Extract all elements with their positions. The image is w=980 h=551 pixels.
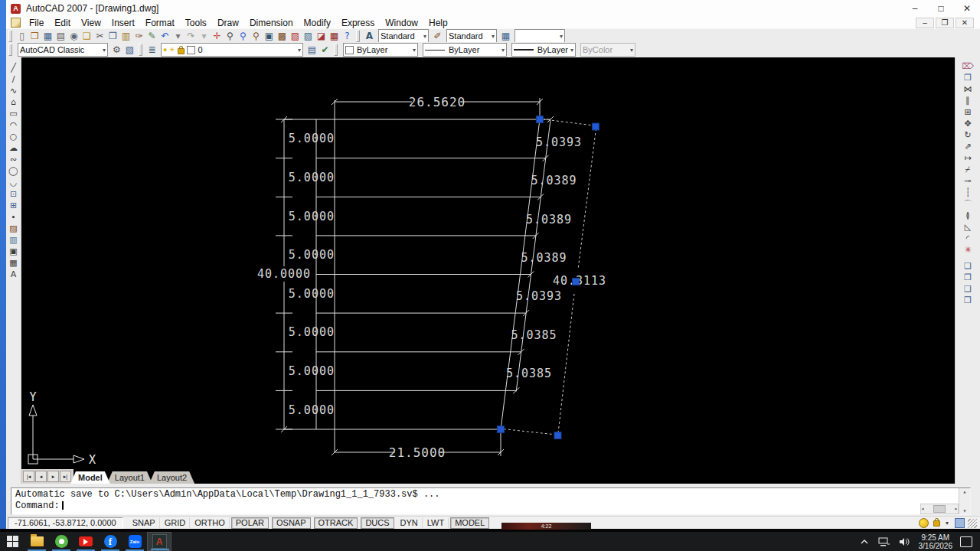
chevron-down-icon[interactable]: ▾ bbox=[421, 33, 426, 40]
modify-break-icon[interactable]: ⌒ bbox=[962, 198, 975, 210]
draw-insert-block-icon[interactable]: ⊡ bbox=[7, 188, 20, 200]
menu-draw[interactable]: Draw bbox=[212, 18, 244, 28]
taskbar-youtube[interactable] bbox=[74, 532, 98, 551]
tool-markup-set-manager-icon[interactable]: ◪ bbox=[315, 30, 328, 42]
grip[interactable] bbox=[498, 426, 505, 433]
dim-style-select[interactable]: Standard▾ bbox=[446, 29, 497, 43]
draw-gradient-icon[interactable]: ▥ bbox=[7, 234, 20, 246]
text-style-icon[interactable]: A bbox=[363, 30, 376, 42]
taskbar-autocad-active[interactable]: A bbox=[147, 532, 172, 551]
menu-express[interactable]: Express bbox=[336, 18, 380, 28]
draw-line-icon[interactable]: ╱ bbox=[7, 62, 20, 73]
doc-minimize-button[interactable]: – bbox=[916, 18, 934, 28]
chevron-down-icon[interactable]: ▾ bbox=[568, 47, 573, 54]
taskbar-zalo[interactable]: Zalo bbox=[122, 532, 147, 551]
scroll-down-icon[interactable]: ▾ bbox=[963, 507, 967, 514]
status-toggle-lwt[interactable]: LWT bbox=[423, 517, 449, 529]
command-text-area[interactable]: Automatic save to C:\Users\Admin\AppData… bbox=[11, 487, 971, 515]
draw-rectangle-icon[interactable]: ▭ bbox=[7, 108, 20, 119]
chevron-down-icon[interactable]: ▾ bbox=[499, 47, 505, 54]
make-layer-current-icon[interactable]: ✔ bbox=[318, 44, 332, 56]
save-workspace-icon[interactable]: ▧ bbox=[123, 44, 136, 56]
tool-undo-dropdown-icon[interactable]: ▾ bbox=[172, 30, 185, 42]
menu-window[interactable]: Window bbox=[380, 18, 423, 28]
modify-erase-icon[interactable]: ⌦ bbox=[962, 60, 975, 72]
network-icon[interactable] bbox=[878, 537, 890, 546]
tab-layout1[interactable]: Layout1 bbox=[107, 471, 152, 484]
dim-left-text[interactable]: 5.0000 bbox=[289, 171, 335, 184]
dim-right-text[interactable]: 5.0389 bbox=[526, 213, 572, 227]
draw-multiline-text-icon[interactable]: A bbox=[7, 269, 20, 280]
toolbar-grip[interactable] bbox=[334, 44, 338, 56]
text-style-select[interactable]: Standard▾ bbox=[378, 29, 429, 43]
draworder-send-under-objects-icon[interactable]: ❒ bbox=[962, 295, 975, 306]
tab-layout2[interactable]: Layout2 bbox=[149, 471, 194, 484]
modify-scale-icon[interactable]: ⇗ bbox=[962, 141, 975, 152]
tool-redo-icon[interactable]: ↷ bbox=[185, 30, 198, 42]
tool-pan-realtime-icon[interactable]: ✛ bbox=[211, 30, 224, 42]
dim-left-text[interactable]: 5.0000 bbox=[289, 210, 335, 223]
grip[interactable] bbox=[593, 123, 599, 130]
tool-paste-icon[interactable]: ▥ bbox=[119, 30, 132, 42]
dim-left-text[interactable]: 5.0000 bbox=[289, 364, 335, 378]
draw-polyline-icon[interactable]: ∿ bbox=[7, 85, 20, 96]
draw-point-icon[interactable]: ∙ bbox=[7, 211, 20, 223]
start-button[interactable] bbox=[0, 532, 24, 551]
close-button[interactable]: ✕ bbox=[954, 0, 980, 17]
menu-file[interactable]: File bbox=[24, 18, 49, 28]
dim-right-text[interactable]: 5.0385 bbox=[506, 367, 552, 380]
layer-manager-icon[interactable]: ▤ bbox=[305, 44, 318, 56]
tool-designcenter-icon[interactable]: ▩ bbox=[276, 30, 289, 42]
modify-copy-icon[interactable]: ❐ bbox=[962, 72, 975, 83]
coordinates-readout[interactable]: -71.6061, -53.8712, 0.0000 bbox=[8, 517, 123, 529]
dim-right-text[interactable]: 5.0393 bbox=[536, 135, 582, 149]
minimize-button[interactable]: – bbox=[902, 0, 928, 17]
status-toggle-grid[interactable]: GRID bbox=[160, 517, 191, 529]
toolbar-lock-icon[interactable] bbox=[933, 520, 940, 527]
chevron-down-icon[interactable]: ▾ bbox=[100, 47, 106, 54]
modify-fillet-icon[interactable]: ◜ bbox=[962, 233, 975, 244]
tool-match-properties-icon[interactable]: ✑ bbox=[132, 30, 145, 42]
draw-arc-icon[interactable]: ◠ bbox=[7, 119, 20, 131]
status-toggle-snap[interactable]: SNAP bbox=[128, 517, 160, 529]
tool-quickcalc-icon[interactable]: ▦ bbox=[328, 30, 341, 42]
draw-circle-icon[interactable]: ○ bbox=[7, 131, 20, 142]
tool-undo-icon[interactable]: ↶ bbox=[158, 30, 172, 42]
toolbar-grip[interactable] bbox=[356, 30, 360, 42]
action-center-icon[interactable] bbox=[960, 536, 972, 547]
draw-table-icon[interactable]: ▦ bbox=[7, 257, 20, 269]
tool-sheet-set-manager-icon[interactable]: ▨ bbox=[302, 30, 315, 42]
layer-lock-icon[interactable] bbox=[178, 48, 185, 54]
dim-left-text[interactable]: 5.0000 bbox=[289, 248, 335, 262]
scroll-up-icon[interactable]: ▴ bbox=[963, 488, 967, 495]
modify-chamfer-icon[interactable]: ◺ bbox=[962, 221, 975, 233]
tool-properties-icon[interactable]: ▣ bbox=[263, 30, 276, 42]
layer-properties-manager-icon[interactable]: ≣ bbox=[145, 44, 158, 56]
drawing-lines[interactable] bbox=[284, 98, 550, 456]
tool-tool-palettes-icon[interactable]: ▧ bbox=[289, 30, 302, 42]
chevron-down-icon[interactable]: ▾ bbox=[489, 33, 495, 40]
dim-top-text[interactable]: 26.5620 bbox=[409, 95, 466, 109]
tool-cut-icon[interactable]: ✂ bbox=[93, 30, 106, 42]
modify-break-at-point-icon[interactable]: ┆ bbox=[962, 187, 975, 198]
draworder-bring-to-front-icon[interactable]: ❏ bbox=[962, 260, 975, 272]
modify-offset-icon[interactable]: ∥ bbox=[962, 95, 975, 106]
draw-spline-icon[interactable]: ∾ bbox=[7, 154, 20, 165]
dim-right-text[interactable]: 5.0389 bbox=[531, 174, 577, 187]
tool-publish-icon[interactable]: ❑ bbox=[80, 30, 93, 42]
tray-chevron-icon[interactable] bbox=[860, 539, 869, 545]
taskbar-coccoc-browser[interactable] bbox=[49, 532, 74, 551]
draw-ellipse-arc-icon[interactable]: ◡ bbox=[7, 177, 20, 188]
scroll-left-icon[interactable]: ◂ bbox=[921, 506, 924, 512]
modify-array-icon[interactable]: ⊞ bbox=[962, 106, 975, 118]
tab-model[interactable]: Model bbox=[70, 471, 110, 484]
draw-revision-cloud-icon[interactable]: ☁ bbox=[7, 142, 20, 154]
chevron-down-icon[interactable]: ▾ bbox=[410, 47, 416, 54]
layer-on-icon[interactable]: ● bbox=[163, 46, 167, 54]
grip[interactable] bbox=[554, 432, 561, 439]
toolbar-grip[interactable] bbox=[8, 44, 12, 56]
status-toggle-polar[interactable]: POLAR bbox=[231, 517, 269, 529]
status-toggle-ducs[interactable]: DUCS bbox=[361, 517, 394, 529]
modify-move-icon[interactable]: ✥ bbox=[962, 118, 975, 129]
tab-nav-last-tab-button[interactable]: ▸| bbox=[60, 471, 71, 482]
